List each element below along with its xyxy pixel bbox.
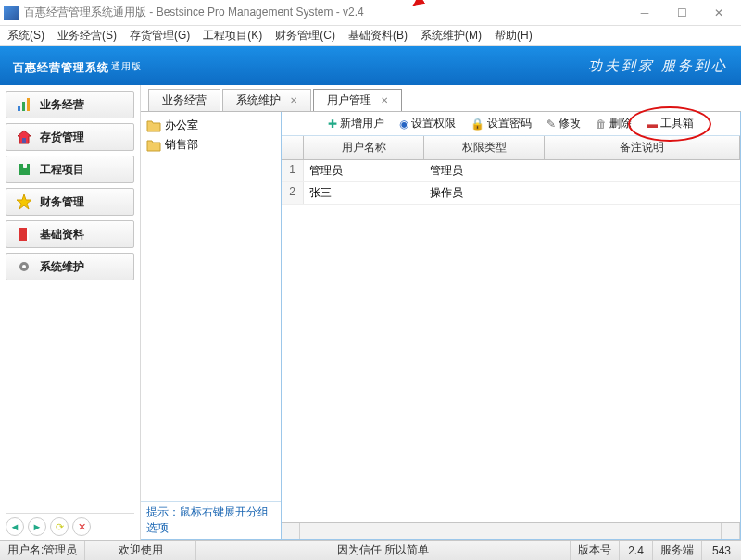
tree-item-label: 销售部 [165,137,198,153]
sidebar-item-label: 系统维护 [40,259,84,275]
toolbar: ✚新增用户 ◉设置权限 🔒设置密码 ✎修改 🗑删除 ▬工具箱 [282,112,740,136]
sidefoot-forward-button[interactable]: ► [28,517,46,536]
brand: 百惠经营管理系统通用版 [13,56,142,76]
menu-business[interactable]: 业务经营(S) [52,26,122,45]
add-user-button[interactable]: ✚新增用户 [323,114,389,133]
status-bar: 用户名:管理员 欢迎使用 因为信任 所以简单 版本号 2.4 服务端 543 [0,540,741,560]
folder-icon [146,119,161,132]
folder-icon [146,139,161,152]
brand-text: 百惠经营管理系统 [13,61,109,74]
grid-scrollbar[interactable] [282,522,740,539]
menu-finance[interactable]: 财务管理(C) [270,26,341,45]
titlebar: 百惠经营管理系统通用版 - Bestsince Pro Management S… [0,0,741,26]
tree-item-sales[interactable]: 销售部 [143,135,279,155]
set-password-button[interactable]: 🔒设置密码 [466,114,536,133]
tab-label: 业务经营 [162,93,207,108]
slogan: 功夫到家 服务到心 [588,57,728,75]
sidefoot-refresh-button[interactable]: ⟳ [50,517,69,536]
sidebar-footer: ◄ ► ⟳ ✕ [6,513,134,540]
star-icon [16,193,32,210]
banner: 百惠经营管理系统通用版 功夫到家 服务到心 [0,46,741,85]
svg-rect-2 [27,98,30,111]
svg-marker-5 [17,194,31,209]
menu-stock[interactable]: 存货管理(G) [124,26,195,45]
status-welcome: 欢迎使用 [85,541,196,560]
status-server-label: 服务端 [653,541,702,560]
status-version-label: 版本号 [571,541,620,560]
menu-help[interactable]: 帮助(H) [489,26,538,45]
grid-header-name[interactable]: 用户名称 [304,136,424,159]
grid-cell-num: 1 [282,160,304,181]
grid-cell-type: 操作员 [424,182,545,204]
status-center: 因为信任 所以简单 [196,541,571,560]
sidefoot-close-button[interactable]: ✕ [72,517,91,536]
globe-icon: ◉ [399,118,408,131]
tab-maintain[interactable]: 系统维护✕ [222,89,311,111]
sidebar-item-stock[interactable]: 存货管理 [6,123,134,151]
tab-label: 系统维护 [236,93,281,108]
sidebar-item-base[interactable]: 基础资料 [6,220,134,248]
menu-project[interactable]: 工程项目(K) [197,26,268,45]
grid-cell-name: 管理员 [304,160,424,181]
user-grid: 用户名称 权限类型 备注说明 1 管理员 管理员 2 张三 操作员 [282,136,740,522]
svg-rect-0 [18,106,20,111]
sidebar-item-project[interactable]: 工程项目 [6,156,134,183]
chart-icon [16,96,32,113]
app-icon [4,6,19,20]
trash-icon: 🗑 [596,118,607,131]
status-user: 用户名:管理员 [0,541,85,560]
grid-header-rownum[interactable] [282,136,304,159]
tree-item-label: 办公室 [165,118,198,133]
sidebar: 业务经营 存货管理 工程项目 财务管理 基础资料 系统维护 ◄ ► ⟳ ✕ [0,85,141,540]
book-icon [16,226,32,243]
grid-cell-name: 张三 [304,182,424,204]
grid-header: 用户名称 权限类型 备注说明 [282,136,740,160]
sidefoot-back-button[interactable]: ◄ [6,517,24,536]
grid-cell-remark [545,160,740,181]
puzzle-icon [16,161,32,178]
set-permission-button[interactable]: ◉设置权限 [395,114,460,133]
tree-hint: 提示：鼠标右键展开分组选项 [141,501,281,539]
tab-user-manage[interactable]: 用户管理✕ [313,89,402,111]
house-icon [16,129,32,145]
toolbox-icon: ▬ [647,118,658,131]
sidebar-item-label: 工程项目 [40,162,84,178]
delete-button[interactable]: 🗑删除 [591,114,636,133]
menu-system[interactable]: 系统(S) [2,26,50,45]
gear-icon [16,258,32,275]
grid-header-type[interactable]: 权限类型 [424,136,545,159]
sidebar-item-label: 基础资料 [40,227,84,243]
close-icon[interactable]: ✕ [381,95,388,106]
svg-rect-1 [22,102,25,111]
sidebar-item-label: 业务经营 [40,97,84,113]
tree-panel: 办公室 销售部 提示：鼠标右键展开分组选项 [141,112,282,540]
tab-bar: 业务经营 系统维护✕ 用户管理✕ [141,85,741,111]
minimize-button[interactable]: ─ [626,1,663,25]
edit-button[interactable]: ✎修改 [542,114,585,133]
status-version: 2.4 [620,541,653,560]
maximize-button[interactable]: ☐ [663,1,700,25]
close-button[interactable]: ✕ [700,1,737,25]
close-icon[interactable]: ✕ [290,95,297,106]
sidebar-item-label: 存货管理 [40,130,84,145]
menu-maintain[interactable]: 系统维护(M) [415,26,487,45]
grid-header-remark[interactable]: 备注说明 [545,136,740,159]
plus-icon: ✚ [328,118,337,131]
sidebar-item-label: 财务管理 [40,194,84,210]
grid-row[interactable]: 1 管理员 管理员 [282,160,740,182]
tab-business[interactable]: 业务经营 [148,89,220,111]
sidebar-item-maintain[interactable]: 系统维护 [6,253,134,280]
menu-bar: 系统(S) 业务经营(S) 存货管理(G) 工程项目(K) 财务管理(C) 基础… [0,26,741,46]
grid-cell-num: 2 [282,182,304,204]
tab-label: 用户管理 [327,93,371,108]
menu-base[interactable]: 基础资料(B) [343,26,413,45]
svg-rect-7 [27,228,29,241]
toolbox-button[interactable]: ▬工具箱 [642,114,698,133]
tree-item-office[interactable]: 办公室 [143,116,279,135]
grid-row[interactable]: 2 张三 操作员 [282,182,740,205]
wrench-icon: ✎ [546,118,556,131]
svg-rect-4 [22,138,26,143]
sidebar-item-finance[interactable]: 财务管理 [6,188,134,216]
sidebar-item-business[interactable]: 业务经营 [6,91,134,118]
svg-point-9 [22,265,26,268]
